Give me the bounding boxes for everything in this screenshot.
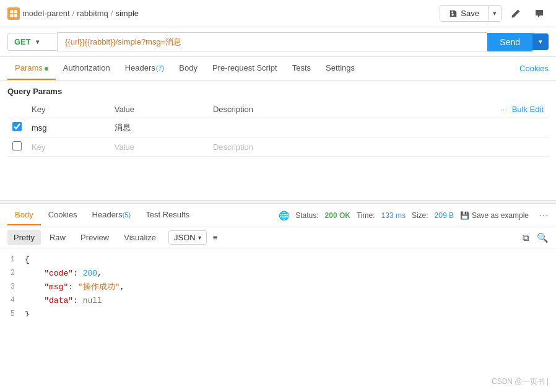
save-button[interactable]: Save: [440, 6, 488, 21]
row2-value-placeholder: Value: [115, 142, 134, 152]
response-body-bar: Pretty Raw Preview Visualize JSON ▾ ≡ ⧉ …: [0, 227, 556, 248]
tab-body[interactable]: Body: [172, 57, 205, 80]
code-line-2: 2 "code": 200,: [0, 267, 556, 281]
row1-key: msg: [27, 118, 110, 137]
format-select-label: JSON: [174, 233, 196, 242]
row1-checkbox[interactable]: [12, 122, 22, 131]
save-dropdown-button[interactable]: ▾: [488, 6, 501, 20]
tab-headers[interactable]: Headers(7): [118, 57, 172, 80]
breadcrumb-parent1: model-parent: [22, 9, 70, 18]
tab-tests[interactable]: Tests: [285, 57, 318, 80]
more-dots[interactable]: ⋯: [539, 209, 549, 221]
status-label: Status:: [295, 211, 318, 220]
params-section: Query Params Key Value Description ··· B…: [0, 81, 556, 163]
headers-resp-badge: (5): [123, 211, 131, 219]
filter-icon[interactable]: ≡: [213, 233, 218, 242]
tab-authorization[interactable]: Authorization: [56, 57, 118, 80]
response-tabs-bar: Body Cookies Headers(5) Test Results 🌐 S…: [0, 204, 556, 227]
resp-tab-headers[interactable]: Headers(5): [85, 205, 139, 225]
globe-icon: 🌐: [279, 211, 289, 220]
format-tab-pretty[interactable]: Pretty: [7, 230, 41, 245]
params-table: Key Value Description ··· Bulk Edit msg …: [7, 101, 549, 157]
params-dot: [45, 67, 48, 71]
format-select[interactable]: JSON ▾: [168, 230, 207, 245]
method-select[interactable]: GET ▾: [7, 33, 57, 51]
code-line-1: 1 {: [0, 253, 556, 267]
breadcrumb: model-parent / rabbitmq / simple: [7, 7, 139, 20]
method-label: GET: [14, 37, 31, 46]
headers-badge: (7): [156, 64, 164, 72]
bulk-edit-button[interactable]: Bulk Edit: [512, 105, 544, 114]
breadcrumb-sep1: /: [72, 9, 75, 18]
comment-button[interactable]: [530, 4, 549, 23]
response-status: 🌐 Status: 200 OK Time: 133 ms Size: 209 …: [279, 209, 549, 221]
row2-checkbox[interactable]: [12, 141, 22, 150]
col-value: Value: [110, 101, 208, 118]
url-bar: GET ▾ Send ▾: [0, 27, 556, 57]
cookies-link[interactable]: Cookies: [519, 64, 549, 73]
send-dropdown-button[interactable]: ▾: [532, 33, 549, 50]
row1-value: 消息: [110, 118, 208, 137]
tab-params[interactable]: Params: [7, 57, 56, 80]
breadcrumb-parent2: rabbitmq: [77, 9, 108, 18]
time-label: Time:: [357, 211, 375, 220]
resp-tab-cookies[interactable]: Cookies: [41, 205, 85, 225]
send-button[interactable]: Send: [487, 33, 532, 51]
query-params-title: Query Params: [7, 87, 549, 96]
top-bar-actions: Save ▾: [440, 4, 549, 23]
col-key: Key: [27, 101, 110, 118]
time-value: 133 ms: [381, 211, 406, 220]
code-line-4: 4 "data": null: [0, 294, 556, 308]
search-icon[interactable]: 🔍: [537, 232, 549, 243]
row2-desc-placeholder: Description: [213, 142, 253, 152]
table-row: msg 消息: [7, 118, 549, 137]
svg-rect-1: [14, 10, 17, 13]
row2-key-placeholder: Key: [32, 142, 45, 152]
save-example-button[interactable]: 💾 Save as example: [460, 211, 529, 220]
top-bar: model-parent / rabbitmq / simple Save ▾: [0, 0, 556, 27]
format-tab-raw[interactable]: Raw: [43, 230, 72, 245]
app-icon: [7, 7, 20, 20]
send-button-group: Send ▾: [487, 33, 549, 51]
code-line-5: 5 }: [0, 308, 556, 316]
svg-rect-3: [14, 14, 17, 17]
save-example-icon: 💾: [460, 211, 469, 220]
response-code-block: 1 { 2 "code": 200, 3 "msg": "操作成功", 4 "d…: [0, 248, 556, 316]
size-value: 209 B: [435, 211, 454, 220]
resp-tab-test-results[interactable]: Test Results: [138, 205, 197, 225]
table-row: Key Value Description: [7, 137, 549, 157]
format-tab-visualize[interactable]: Visualize: [118, 230, 162, 245]
status-value: 200 OK: [325, 211, 350, 220]
svg-rect-2: [10, 14, 13, 17]
method-arrow: ▾: [36, 38, 39, 45]
col-description: Description: [208, 101, 373, 118]
save-label: Save: [461, 9, 479, 18]
format-tab-preview[interactable]: Preview: [74, 230, 115, 245]
breadcrumb-sep2: /: [111, 9, 113, 18]
code-line-3: 3 "msg": "操作成功",: [0, 281, 556, 294]
size-label: Size:: [412, 211, 428, 220]
request-tabs-bar: Params Authorization Headers(7) Body Pre…: [0, 57, 556, 81]
save-example-label: Save as example: [472, 211, 529, 220]
svg-rect-0: [10, 10, 13, 13]
tab-settings[interactable]: Settings: [318, 57, 362, 80]
tab-pre-request-script[interactable]: Pre-request Script: [205, 57, 285, 80]
copy-icon[interactable]: ⧉: [523, 232, 529, 243]
watermark: CSDN @一页书 |: [492, 377, 549, 387]
edit-button[interactable]: [506, 4, 525, 23]
row1-description: [208, 118, 373, 137]
url-input[interactable]: [57, 32, 487, 51]
breadcrumb-current: simple: [115, 9, 139, 18]
format-select-arrow: ▾: [198, 234, 201, 241]
more-icon: ···: [500, 105, 507, 114]
resp-tab-body[interactable]: Body: [7, 205, 41, 225]
save-button-group: Save ▾: [440, 5, 502, 22]
